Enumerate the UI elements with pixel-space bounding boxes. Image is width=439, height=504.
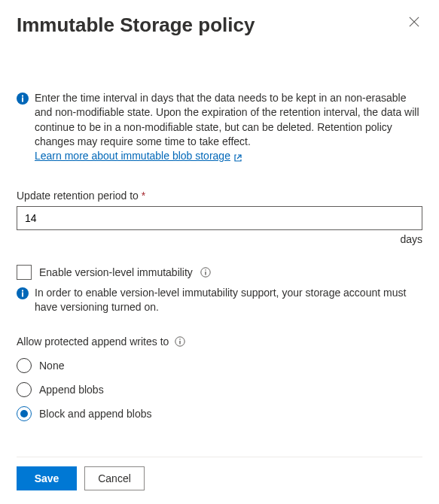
version-immutability-label: Enable version-level immutability [39,266,193,278]
page-title: Immutable Storage policy [17,14,255,37]
cancel-button[interactable]: Cancel [84,466,145,490]
required-indicator: * [142,190,145,202]
close-button[interactable] [406,14,422,32]
learn-more-text: Learn more about immutable blob storage [35,149,230,163]
svg-rect-4 [22,96,23,97]
info-icon [17,93,29,105]
radio-block-append-label: Block and append blobs [39,408,151,420]
save-button[interactable]: Save [17,466,77,490]
svg-rect-3 [22,98,23,102]
svg-rect-11 [22,290,23,291]
version-immutability-checkbox[interactable] [17,265,32,280]
info-text-block: Enter the time interval in days that the… [35,91,422,164]
svg-line-5 [237,155,241,159]
radio-none-label: None [39,360,64,372]
external-link-icon [233,152,242,161]
radio-append[interactable] [17,382,32,397]
svg-point-14 [180,339,181,340]
svg-point-8 [205,269,206,271]
svg-rect-10 [22,292,23,296]
radio-block-append[interactable] [17,406,32,421]
info-icon[interactable] [175,336,185,347]
radio-none[interactable] [17,358,32,373]
append-writes-label: Allow protected append writes to [17,335,169,348]
retention-input[interactable] [17,206,422,230]
learn-more-link[interactable]: Learn more about immutable blob storage [35,149,242,163]
retention-label: Update retention period to * [17,190,422,202]
info-icon [17,287,29,299]
info-icon[interactable] [200,267,211,278]
info-text: Enter the time interval in days that the… [35,92,419,147]
close-icon [409,17,419,29]
version-immutability-info: In order to enable version-level immutab… [35,286,422,315]
retention-unit: days [17,233,422,245]
radio-append-label: Append blobs [39,384,104,396]
